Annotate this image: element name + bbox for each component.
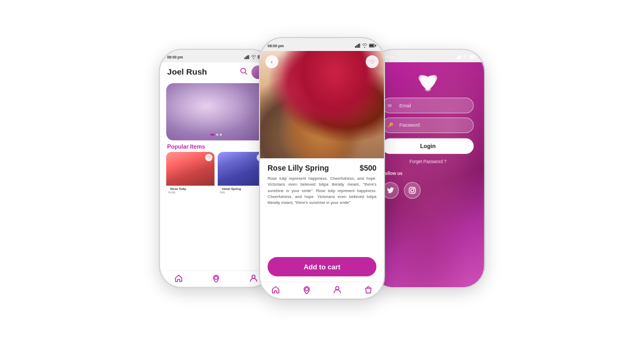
follow-us-label: Follow us: [382, 171, 474, 176]
notch-right: [411, 50, 445, 60]
svg-point-19: [336, 287, 339, 290]
svg-point-29: [411, 189, 414, 192]
add-to-cart-button[interactable]: Add to cart: [268, 257, 376, 276]
phone-login: 08:00 pm: [371, 49, 485, 288]
svg-rect-17: [375, 45, 376, 46]
status-icons-right: [456, 55, 477, 60]
item-price: $150: [168, 191, 212, 194]
svg-rect-25: [470, 56, 475, 58]
user-nav-icon[interactable]: [249, 274, 258, 284]
svg-rect-23: [460, 55, 461, 59]
notch-left: [199, 50, 233, 60]
password-icon: 🔑: [388, 123, 394, 128]
svg-rect-13: [358, 44, 359, 48]
product-name: Rose Lilly Spring: [268, 164, 329, 172]
product-screen: ‹ ♡ Rose Lilly Spring $500 Rose tulip re…: [260, 51, 384, 282]
bag-nav-icon[interactable]: [364, 285, 373, 296]
svg-rect-1: [246, 56, 247, 59]
notch-center: [304, 38, 341, 50]
svg-point-10: [252, 275, 255, 279]
email-placeholder: Email: [399, 103, 411, 108]
svg-rect-21: [457, 56, 458, 59]
home-nav-icon[interactable]: [174, 274, 183, 284]
hero-banner: [166, 83, 266, 141]
svg-rect-3: [248, 55, 249, 59]
password-field[interactable]: 🔑 Password: [382, 118, 474, 133]
bottom-nav-center: [260, 282, 384, 299]
svg-rect-22: [458, 55, 460, 59]
wifi-icon-2: [362, 43, 367, 48]
svg-rect-16: [369, 45, 374, 47]
status-time-center: 08:00 pm: [268, 44, 284, 48]
location-nav-icon[interactable]: [212, 274, 220, 284]
favorite-button[interactable]: ♡: [366, 55, 379, 68]
svg-rect-12: [357, 45, 358, 48]
forget-password-link[interactable]: Forget Password ?: [382, 159, 474, 165]
status-time-left: 08:00 pm: [167, 55, 183, 59]
popular-grid: ♡ Rose Tulip $150 ♡ Violet Spring $20: [160, 152, 272, 194]
svg-rect-20: [456, 57, 457, 59]
password-placeholder: Password: [399, 123, 420, 128]
svg-rect-26: [476, 56, 477, 57]
wifi-icon-3: [463, 55, 468, 60]
svg-point-27: [425, 87, 431, 92]
location-nav-icon-2[interactable]: [302, 285, 311, 296]
svg-rect-14: [359, 43, 360, 48]
home-nav-icon-2[interactable]: [271, 285, 280, 296]
item-name: Rose Tulip: [168, 187, 212, 191]
logo: [415, 71, 441, 92]
login-screen: ✉ Email 🔑 Password Login Forget Password…: [372, 62, 484, 287]
back-button[interactable]: ‹: [265, 55, 278, 68]
favorite-icon[interactable]: ♡: [205, 154, 213, 162]
svg-point-18: [305, 288, 308, 291]
signal-icon: [244, 55, 249, 60]
bottom-nav-left: [160, 270, 272, 287]
svg-rect-0: [244, 57, 245, 59]
product-info: Rose Lilly Spring $500 Rose tulip repres…: [260, 158, 384, 253]
login-form: ✉ Email 🔑 Password Login Forget Password…: [372, 91, 484, 287]
home-screen: Joel Rush Popular Items: [160, 62, 272, 270]
search-icon[interactable]: [240, 68, 248, 77]
dot-1: [216, 134, 218, 136]
phone-product: 08:00 pm ‹ ♡ Rose Lilly: [259, 37, 385, 300]
item-info: Rose Tulip $150: [166, 186, 214, 194]
login-button[interactable]: Login: [382, 138, 474, 154]
item-name-2: Violet Spring: [220, 187, 264, 191]
phone-home: 08:00 pm Joel Rush: [159, 49, 273, 288]
email-icon: ✉: [388, 103, 392, 108]
svg-point-9: [214, 276, 218, 280]
svg-line-8: [245, 72, 247, 74]
user-nav-icon-2[interactable]: [333, 285, 342, 296]
product-title-row: Rose Lilly Spring $500: [268, 164, 376, 172]
dot-active: [210, 134, 214, 136]
svg-point-30: [413, 188, 414, 189]
product-image: ‹ ♡: [260, 51, 384, 158]
wifi-icon: [251, 55, 256, 60]
social-icons: [382, 182, 474, 199]
home-header: Joel Rush: [160, 62, 272, 81]
user-greeting: Joel Rush: [167, 68, 207, 77]
dot-2: [220, 134, 222, 136]
product-flower-image: [260, 51, 384, 158]
battery-icon-2: [369, 43, 376, 48]
battery-icon-3: [470, 55, 477, 60]
item-price-2: $20: [220, 191, 264, 194]
status-icons-center: [355, 43, 376, 48]
product-price: $500: [360, 164, 376, 172]
email-field[interactable]: ✉ Email: [382, 98, 474, 113]
signal-icon-2: [355, 43, 360, 48]
signal-icon-3: [456, 55, 461, 60]
phones-container: 08:00 pm Joel Rush: [0, 0, 644, 337]
instagram-button[interactable]: [404, 182, 420, 199]
svg-rect-11: [355, 46, 356, 48]
product-description: Rose tulip represent happiness. Cheerful…: [268, 175, 376, 206]
list-item[interactable]: ♡ Rose Tulip $150: [166, 152, 214, 194]
svg-rect-2: [247, 55, 248, 59]
popular-items-label: Popular Items: [160, 143, 272, 152]
